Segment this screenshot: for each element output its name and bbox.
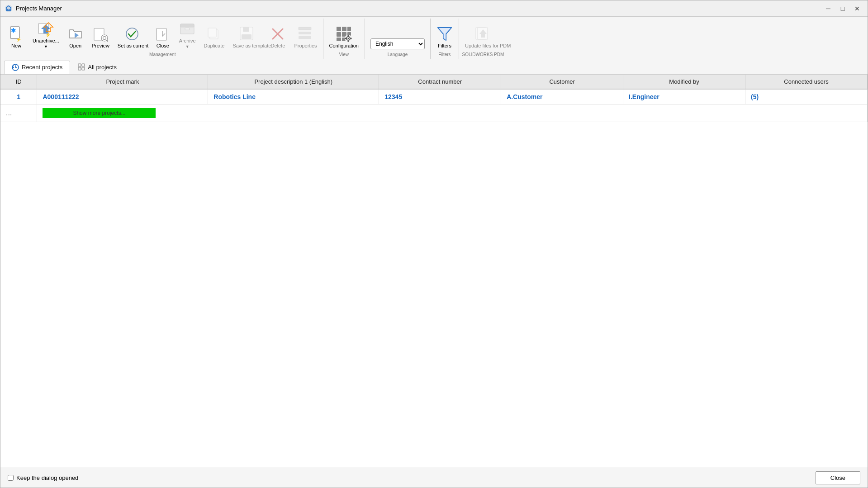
view-buttons: Configuration (325, 19, 363, 51)
view-section-label: View (325, 51, 363, 59)
new-icon: ✱ ⚡ (8, 26, 24, 42)
svg-text:⚡: ⚡ (45, 32, 51, 37)
svg-marker-52 (438, 28, 451, 40)
table-row[interactable]: 1 A000111222 Robotics Line 12345 A.Custo… (0, 89, 868, 104)
col-project-description: Project description 1 (English) (208, 75, 379, 89)
language-select[interactable]: English (370, 38, 425, 49)
view-section: Configuration View (323, 19, 365, 59)
title-bar: Projects Manager ─ □ ✕ (0, 0, 868, 17)
filters-button[interactable]: Filters (432, 24, 457, 51)
app-icon (4, 4, 13, 13)
svg-rect-27 (243, 27, 249, 32)
set-as-current-button[interactable]: Set as current (114, 24, 151, 51)
col-connected-users: Connected users (745, 75, 868, 89)
open-button[interactable]: Open (63, 24, 88, 51)
open-icon (67, 26, 84, 42)
close-proj-label: Close (157, 43, 169, 49)
col-project-mark: Project mark (37, 75, 208, 89)
configuration-button[interactable]: Configuration (325, 24, 363, 51)
management-section: ✱ ⚡ New ⚡ (2, 19, 323, 59)
new-label: New (11, 43, 21, 49)
svg-rect-49 (345, 38, 346, 39)
recent-projects-icon (12, 64, 19, 71)
svg-rect-47 (348, 35, 349, 37)
pdm-section-label: SOLIDWORKS PDM (461, 51, 505, 59)
keep-open-text: Keep the dialog opened (16, 474, 78, 481)
properties-icon (297, 26, 313, 42)
all-projects-tab-label: All projects (88, 64, 117, 71)
archive-button[interactable]: Archive ▼ (175, 19, 200, 51)
duplicate-button[interactable]: Duplicate (200, 24, 229, 51)
projects-table: ID Project mark Project description 1 (E… (0, 75, 868, 122)
tab-recent-projects[interactable]: Recent projects (4, 61, 70, 74)
svg-rect-48 (348, 41, 349, 42)
col-contract-number: Contract number (379, 75, 501, 89)
col-customer: Customer (501, 75, 623, 89)
cell-connected-users: (5) (745, 89, 868, 104)
svg-rect-22 (180, 24, 194, 27)
management-buttons: ✱ ⚡ New ⚡ (4, 19, 321, 51)
preview-label: Preview (92, 43, 109, 49)
cell-project-mark: A000111222 (37, 89, 208, 104)
svg-rect-38 (347, 27, 351, 31)
show-more-button[interactable]: Show more projects... (43, 108, 156, 118)
svg-rect-25 (208, 28, 216, 37)
duplicate-label: Duplicate (204, 43, 225, 49)
properties-label: Properties (294, 43, 317, 49)
open-label: Open (69, 43, 81, 49)
filters-section: Filters Filters (431, 19, 459, 59)
pdm-section: Update files for PDM SOLIDWORKS PDM (459, 19, 507, 59)
svg-rect-61 (82, 67, 85, 70)
update-files-pdm-button[interactable]: Update files for PDM (461, 24, 505, 51)
tabs-bar: Recent projects All projects (0, 59, 868, 75)
col-modified-by: Modified by (623, 75, 745, 89)
projects-table-container: ID Project mark Project description 1 (E… (0, 75, 868, 468)
svg-rect-32 (299, 27, 311, 30)
unarchive-icon: ⚡ (38, 21, 54, 37)
recent-projects-tab-label: Recent projects (22, 64, 62, 71)
delete-button[interactable]: Delete (266, 24, 290, 51)
cell-modified-by: I.Engineer (623, 89, 745, 104)
cell-id: 1 (0, 89, 37, 104)
properties-button[interactable]: Properties (290, 24, 321, 51)
unarchive-arrow: ▼ (44, 44, 48, 49)
preview-button[interactable]: Preview (88, 24, 114, 51)
unarchive-label: Unarchive... (33, 38, 59, 44)
language-section: English Language (365, 19, 431, 59)
window-close-button[interactable]: ✕ (850, 3, 864, 14)
svg-rect-37 (342, 27, 346, 31)
svg-rect-4 (8, 9, 10, 10)
keep-open-checkbox[interactable] (8, 475, 14, 481)
archive-label: Archive (179, 38, 196, 44)
new-button[interactable]: ✱ ⚡ New (4, 24, 28, 51)
svg-rect-59 (82, 64, 85, 66)
minimize-button[interactable]: ─ (821, 3, 835, 14)
svg-rect-60 (78, 67, 81, 70)
svg-rect-23 (185, 28, 190, 30)
close-proj-button[interactable]: Close (151, 24, 175, 51)
delete-icon (270, 26, 286, 42)
col-id: ID (0, 75, 37, 89)
tab-all-projects[interactable]: All projects (70, 60, 124, 73)
keep-open-label[interactable]: Keep the dialog opened (8, 474, 78, 481)
window-controls: ─ □ ✕ (821, 3, 864, 14)
table-header-row: ID Project mark Project description 1 (E… (0, 75, 868, 89)
window-title: Projects Manager (16, 5, 821, 12)
save-as-template-button[interactable]: Save as template (228, 24, 266, 51)
delete-label: Delete (270, 43, 285, 49)
bottom-bar: Keep the dialog opened Close (0, 468, 868, 488)
maximize-button[interactable]: □ (836, 3, 849, 14)
toolbar-main: ✱ ⚡ New ⚡ (0, 19, 868, 59)
unarchive-button[interactable]: ⚡ Unarchive... ▼ (28, 19, 63, 51)
svg-rect-28 (242, 34, 251, 39)
svg-rect-34 (299, 36, 311, 39)
svg-rect-20 (157, 28, 166, 40)
cell-project-description: Robotics Line (208, 89, 379, 104)
main-window: Projects Manager ─ □ ✕ (0, 0, 868, 488)
dots-row: ... Show more projects... (0, 104, 868, 122)
update-files-pdm-icon (475, 26, 491, 42)
close-bottom-button[interactable]: Close (816, 471, 860, 484)
svg-text:⚡: ⚡ (16, 37, 22, 42)
filters-label: Filters (438, 43, 451, 49)
svg-rect-33 (299, 32, 311, 34)
